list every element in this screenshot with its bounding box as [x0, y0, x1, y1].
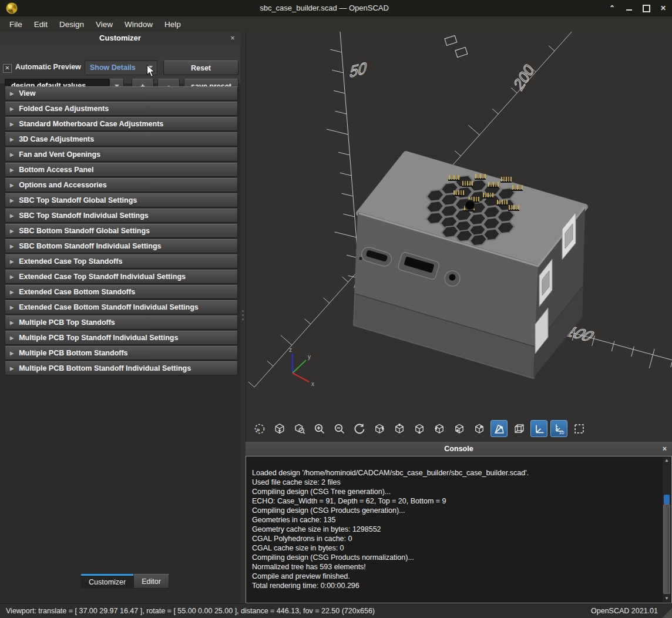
minimize-icon[interactable] — [625, 4, 633, 12]
console-line: Used file cache size: 2 files — [252, 478, 657, 487]
customizer-close-icon[interactable]: × — [229, 32, 237, 45]
section-bar[interactable]: ▶Options and Accessories — [5, 178, 238, 192]
chevron-right-icon: ▶ — [10, 167, 14, 173]
console-log[interactable]: Loaded design '/home/hominoid/CADCAM/sbc… — [246, 456, 672, 603]
view-bottom-button[interactable] — [411, 420, 428, 437]
section-bar[interactable]: ▶Fan and Vent Openings — [5, 147, 238, 162]
section-bar[interactable]: ▶Standard Motherboard Case Adjustments — [5, 117, 238, 131]
view-front-icon — [453, 423, 465, 435]
menu-window[interactable]: Window — [119, 18, 159, 31]
resize-grip[interactable] — [662, 608, 672, 618]
view-all-icon — [274, 423, 285, 435]
section-bar[interactable]: ▶3D Case Adjustments — [5, 132, 238, 146]
automatic-preview-label: Automatic Preview — [15, 63, 81, 71]
version-label: OpenSCAD 2021.01 — [591, 607, 658, 615]
3d-viewport[interactable]: 50 200 100 — [246, 32, 672, 442]
menu-view[interactable]: View — [90, 18, 119, 31]
tab-customizer[interactable]: Customizer — [81, 574, 133, 589]
customizer-header: Customizer × — [0, 32, 240, 45]
section-bar[interactable]: ▶Multiple PCB Top Standoffs — [5, 315, 238, 330]
shade-icon[interactable]: ⌃ — [608, 4, 616, 12]
customizer-sections: ▶View▶Folded Case Adjustments▶Standard M… — [5, 86, 238, 377]
view-top-button[interactable] — [391, 420, 408, 437]
ruler-label-y: 200 — [511, 60, 537, 94]
orthogonal-icon — [513, 423, 525, 435]
show-scale-markers-button[interactable]: 10 — [550, 420, 567, 437]
close-icon[interactable]: ✕ — [659, 4, 667, 12]
section-label: 3D Case Adjustments — [19, 135, 94, 143]
section-bar[interactable]: ▶Extended Case Top Standoffs — [5, 254, 238, 268]
tab-editor[interactable]: Editor — [133, 574, 169, 589]
section-bar[interactable]: ▶SBC Top Standoff Individual Settings — [5, 209, 238, 223]
console-line: Geometry cache size in bytes: 1298552 — [252, 525, 657, 534]
section-bar[interactable]: ▶Bottom Access Panel — [5, 163, 238, 177]
console-scrollbar[interactable]: ▲ ▼ — [663, 457, 671, 602]
section-label: Folded Case Adjustments — [19, 105, 109, 113]
view-front-button[interactable] — [451, 420, 468, 437]
automatic-preview-checkbox[interactable]: ✕ — [3, 64, 12, 73]
console-line: Geometries in cache: 135 — [252, 515, 657, 525]
section-label: SBC Top Standoff Individual Settings — [19, 211, 149, 220]
zoom-out-button[interactable] — [331, 420, 348, 437]
reset-view-button[interactable] — [291, 420, 308, 437]
panel-splitter[interactable] — [240, 32, 246, 603]
section-label: Options and Accessories — [19, 181, 107, 189]
section-bar[interactable]: ▶Extended Case Bottom Standoffs — [5, 285, 238, 299]
section-bar[interactable]: ▶Multiple PCB Bottom Standoff Individual… — [5, 361, 238, 375]
section-bar[interactable]: ▶View — [5, 86, 238, 100]
openscad-logo-icon — [5, 2, 18, 15]
section-bar[interactable]: ▶SBC Bottom Standoff Global Settings — [5, 224, 238, 238]
section-label: SBC Bottom Standoff Individual Settings — [19, 242, 161, 250]
console-header[interactable]: Console × — [246, 442, 672, 456]
zoom-in-button[interactable] — [311, 420, 328, 437]
reset-button[interactable]: Reset — [163, 61, 238, 75]
console-close-icon[interactable]: × — [663, 442, 667, 456]
view-back-button[interactable] — [471, 420, 488, 437]
customizer-title: Customizer — [99, 33, 141, 42]
console-line: Loaded design '/home/hominoid/CADCAM/sbc… — [252, 468, 657, 478]
title-bar[interactable]: sbc_case_builder.scad — OpenSCAD ⌃ ✕ — [0, 0, 672, 16]
console-line: Compiling design (CSG Tree generation)..… — [252, 487, 657, 496]
section-label: Fan and Vent Openings — [19, 150, 100, 159]
view-all-button[interactable] — [271, 420, 288, 437]
window-title: sbc_case_builder.scad — OpenSCAD — [70, 0, 578, 16]
section-label: Extended Case Top Standoffs — [19, 257, 122, 266]
component-port — [465, 200, 475, 210]
section-bar[interactable]: ▶SBC Bottom Standoff Individual Settings — [5, 239, 238, 253]
section-bar[interactable]: ▶Multiple PCB Bottom Standoffs — [5, 346, 238, 360]
section-bar[interactable]: ▶Multiple PCB Top Standoff Individual Se… — [5, 331, 238, 345]
menu-help[interactable]: Help — [159, 18, 187, 31]
3d-scene: 50 200 100 — [246, 32, 672, 442]
view-right-button[interactable] — [371, 420, 388, 437]
maximize-icon[interactable] — [642, 4, 650, 12]
perspective-button[interactable] — [490, 420, 508, 437]
viewport-status: Viewport: translate = [ 37.00 29.97 16.4… — [6, 607, 591, 615]
section-label: Bottom Access Panel — [19, 166, 93, 174]
menu-bar: File Edit Design View Window Help — [0, 16, 672, 32]
console-line: Total rendering time: 0:00:00.296 — [252, 581, 657, 590]
show-axes-button[interactable] — [530, 420, 547, 437]
console-line: Compiling design (CSG Products normaliza… — [252, 553, 657, 562]
chevron-right-icon: ▶ — [10, 290, 14, 295]
section-bar[interactable]: ▶Extended Case Top Standoff Individual S… — [5, 270, 238, 284]
console-line: ECHO: Case_Width = 91, Depth = 62, Top =… — [252, 496, 657, 506]
section-label: Multiple PCB Bottom Standoffs — [19, 349, 127, 357]
chevron-right-icon: ▶ — [10, 91, 14, 96]
scroll-down-icon[interactable]: ▼ — [663, 595, 671, 602]
scrollbar-thumb[interactable] — [663, 504, 670, 594]
view-left-button[interactable] — [431, 420, 448, 437]
scroll-up-icon[interactable]: ▲ — [663, 457, 671, 464]
animate-button[interactable]: » — [251, 420, 268, 437]
menu-edit[interactable]: Edit — [28, 18, 53, 31]
view-entire-screen-button[interactable] — [570, 420, 587, 437]
section-bar[interactable]: ▶Folded Case Adjustments — [5, 102, 238, 116]
chevron-right-icon: ▶ — [10, 198, 14, 203]
menu-file[interactable]: File — [4, 18, 28, 31]
orthogonal-button[interactable] — [510, 420, 527, 437]
section-label: SBC Bottom Standoff Global Settings — [19, 227, 150, 235]
menu-design[interactable]: Design — [53, 18, 90, 31]
section-bar[interactable]: ▶Extended Case Bottom Standoff Individua… — [5, 300, 238, 314]
section-bar[interactable]: ▶SBC Top Standoff Global Settings — [5, 193, 238, 207]
reset-rotation-button[interactable] — [351, 420, 368, 437]
section-label: Extended Case Bottom Standoffs — [19, 288, 135, 296]
